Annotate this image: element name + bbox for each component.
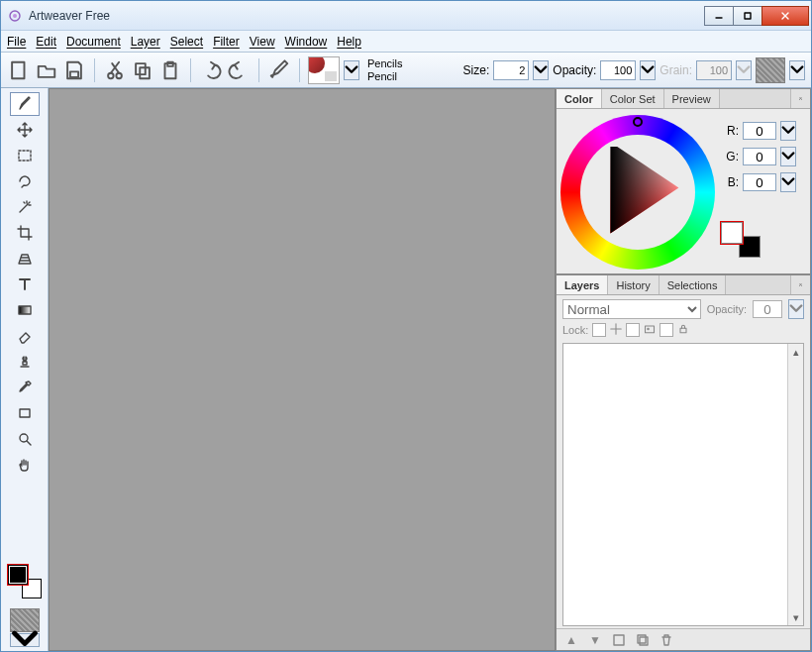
maximize-button[interactable]	[733, 6, 762, 26]
hand-tool[interactable]	[10, 453, 40, 477]
brush-tool[interactable]	[10, 92, 40, 116]
delete-layer-icon[interactable]	[660, 633, 673, 647]
lock-move-icon[interactable]	[610, 323, 622, 337]
tab-preview[interactable]: Preview	[664, 89, 720, 108]
lock-all-checkbox[interactable]	[660, 323, 673, 337]
open-button[interactable]	[35, 58, 58, 82]
mini-fg-swatch[interactable]	[721, 222, 743, 244]
layer-opacity-dropdown[interactable]	[788, 299, 804, 319]
opacity-input[interactable]	[600, 60, 636, 80]
tab-color-set[interactable]: Color Set	[602, 89, 664, 108]
size-input[interactable]	[493, 60, 529, 80]
b-dropdown[interactable]	[780, 172, 796, 192]
hue-marker-icon[interactable]	[633, 117, 643, 127]
zoom-tool[interactable]	[10, 427, 40, 451]
svg-marker-19	[610, 147, 678, 233]
tab-history[interactable]: History	[608, 275, 659, 294]
paper-swatch[interactable]	[756, 57, 785, 83]
tab-selections[interactable]: Selections	[660, 275, 727, 294]
menu-select[interactable]: Select	[170, 35, 203, 49]
color-panel-menu[interactable]	[790, 89, 810, 108]
svg-rect-15	[19, 306, 31, 314]
magic-wand-tool[interactable]	[10, 195, 40, 219]
stamp-tool[interactable]	[10, 350, 40, 374]
eyedropper-tool[interactable]	[10, 376, 40, 399]
new-group-icon[interactable]	[636, 633, 650, 647]
scroll-down-icon[interactable]: ▾	[788, 609, 804, 625]
foreground-color-swatch[interactable]	[8, 565, 28, 585]
gradient-tool[interactable]	[10, 298, 40, 322]
layer-footer: ▲ ▼	[557, 628, 810, 650]
svg-rect-16	[20, 409, 30, 417]
brush-preview[interactable]	[308, 56, 340, 84]
new-button[interactable]	[7, 58, 31, 82]
layers-panel-menu[interactable]	[790, 275, 810, 294]
rect-select-tool[interactable]	[10, 144, 40, 167]
svg-rect-23	[614, 635, 624, 645]
sv-triangle[interactable]	[592, 147, 683, 238]
canvas-area[interactable]	[49, 88, 556, 651]
eraser-tool[interactable]	[10, 324, 40, 348]
svg-rect-6	[12, 61, 24, 78]
svg-rect-3	[745, 13, 751, 19]
size-dropdown[interactable]	[533, 60, 549, 80]
svg-rect-14	[19, 151, 31, 161]
text-tool[interactable]	[10, 272, 40, 296]
layer-down-icon[interactable]: ▼	[588, 633, 602, 647]
color-wheel[interactable]	[560, 115, 715, 270]
copy-button[interactable]	[131, 58, 154, 82]
paper-dropdown[interactable]	[789, 60, 805, 80]
g-input[interactable]	[743, 148, 776, 165]
move-tool[interactable]	[10, 118, 40, 142]
b-label: B:	[721, 175, 739, 189]
paper-mini-dropdown[interactable]	[10, 633, 40, 647]
paste-button[interactable]	[158, 58, 182, 82]
menubar: File Edit Document Layer Select Filter V…	[1, 31, 811, 53]
menu-view[interactable]: View	[250, 35, 275, 49]
menu-edit[interactable]: Edit	[36, 35, 56, 49]
panel-column: Color Color Set Preview	[556, 88, 811, 651]
tab-color[interactable]: Color	[557, 89, 602, 108]
menu-window[interactable]: Window	[285, 35, 328, 49]
layer-scrollbar[interactable]: ▴ ▾	[787, 344, 803, 625]
brush-preview-dropdown[interactable]	[344, 60, 359, 80]
shape-tool[interactable]	[10, 401, 40, 425]
opacity-dropdown[interactable]	[640, 60, 656, 80]
brush-category: Pencils	[367, 57, 402, 70]
svg-rect-22	[680, 328, 686, 333]
undo-button[interactable]	[199, 58, 223, 82]
color-swatches[interactable]	[8, 565, 42, 598]
window-title: Artweaver Free	[29, 9, 110, 23]
scroll-up-icon[interactable]: ▴	[788, 344, 804, 360]
minimize-button[interactable]	[704, 6, 734, 26]
save-button[interactable]	[62, 58, 86, 82]
redo-button[interactable]	[227, 58, 251, 82]
g-dropdown[interactable]	[780, 147, 796, 166]
tab-layers[interactable]: Layers	[557, 275, 608, 294]
lock-label: Lock:	[562, 324, 588, 336]
layer-list[interactable]: ▴ ▾	[562, 343, 804, 626]
crop-tool[interactable]	[10, 221, 40, 245]
lasso-tool[interactable]	[10, 169, 40, 193]
mini-swatches[interactable]	[721, 222, 761, 258]
menu-layer[interactable]: Layer	[131, 35, 160, 49]
lock-image-checkbox[interactable]	[626, 323, 640, 337]
svg-point-1	[13, 14, 17, 18]
menu-help[interactable]: Help	[337, 35, 361, 49]
menu-document[interactable]: Document	[66, 35, 121, 49]
new-layer-icon[interactable]	[612, 633, 626, 647]
layer-opacity-input[interactable]	[753, 300, 782, 318]
close-button[interactable]	[761, 6, 809, 26]
layer-up-icon[interactable]: ▲	[564, 633, 578, 647]
r-dropdown[interactable]	[780, 121, 796, 141]
menu-file[interactable]: File	[7, 35, 26, 49]
b-input[interactable]	[743, 173, 776, 191]
perspective-grid-tool[interactable]	[10, 247, 40, 271]
r-input[interactable]	[743, 122, 776, 140]
brush-toolbutton[interactable]	[267, 58, 291, 82]
blend-mode-select[interactable]: Normal	[562, 299, 701, 319]
main-toolbar: Pencils Pencil Size: Opacity: Grain:	[1, 53, 811, 88]
menu-filter[interactable]: Filter	[213, 35, 240, 49]
cut-button[interactable]	[103, 58, 127, 82]
lock-pixels-checkbox[interactable]	[592, 323, 606, 337]
